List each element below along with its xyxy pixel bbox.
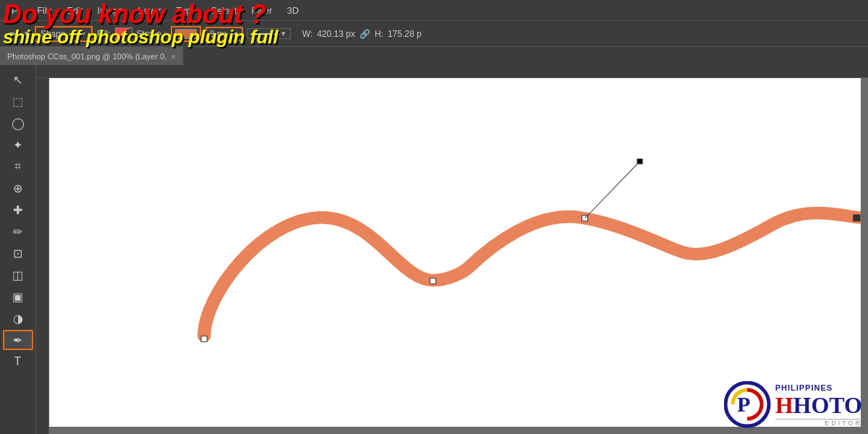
- shape-selector[interactable]: Shape ▼: [35, 26, 93, 42]
- tab-label: Photoshop CCss_001.png @ 100% (Layer 0,: [7, 52, 166, 61]
- stroke-line-preview: [251, 33, 280, 35]
- stroke-label: Stroke :: [137, 29, 166, 39]
- menu-edit[interactable]: Edit: [61, 4, 88, 17]
- menu-file[interactable]: File: [31, 4, 58, 17]
- svg-rect-5: [854, 215, 860, 221]
- tab-document[interactable]: Photoshop CCss_001.png @ 100% (Layer 0, …: [0, 47, 184, 65]
- width-value: 420.13 px: [317, 29, 355, 39]
- logo-text: PHILIPPINES H HOTO EDITOR: [775, 383, 862, 427]
- tab-bar: Photoshop CCss_001.png @ 100% (Layer 0, …: [0, 46, 868, 65]
- stroke-swatch: [175, 29, 197, 39]
- width-label: W:: [302, 29, 312, 39]
- gradient-tool[interactable]: ▣: [5, 286, 31, 307]
- curve-svg: [49, 78, 861, 427]
- fill-swatch-box[interactable]: [115, 27, 132, 41]
- eyedropper-tool[interactable]: ⊕: [5, 178, 31, 198]
- magic-wand-tool[interactable]: ✦: [5, 135, 31, 155]
- stroke-px-value: 8 px: [210, 29, 231, 39]
- svg-rect-1: [430, 278, 435, 284]
- menu-3d[interactable]: 3D: [281, 4, 305, 17]
- ruler-left: [36, 78, 49, 434]
- svg-rect-0: [201, 336, 207, 342]
- marquee-tool[interactable]: ⬚: [5, 91, 31, 111]
- lasso-tool[interactable]: ◯: [5, 113, 31, 133]
- stroke-swatch-box[interactable]: [171, 26, 201, 42]
- svg-text:P: P: [737, 392, 750, 416]
- canvas-area: P PHILIPPINES H HOTO EDITOR: [36, 65, 868, 434]
- type-tool[interactable]: T: [5, 352, 31, 372]
- menu-bar: Ps File Edit Image Layer Type Select Fil…: [0, 0, 868, 20]
- stroke-style-dropdown: ▼: [280, 30, 287, 38]
- eraser-tool[interactable]: ◫: [5, 265, 31, 285]
- stroke-style-box[interactable]: ▼: [247, 28, 291, 39]
- svg-rect-4: [637, 159, 642, 164]
- ruler-top: [36, 65, 868, 78]
- menu-ps[interactable]: Ps: [6, 4, 28, 17]
- menu-image[interactable]: Image: [92, 4, 129, 17]
- healing-tool[interactable]: ✚: [5, 200, 31, 220]
- shape-dropdown-arrow: ▼: [80, 30, 87, 38]
- shape-label: Shape: [41, 29, 66, 39]
- svg-line-3: [585, 162, 639, 218]
- fill-label: Fill:: [97, 29, 111, 39]
- stroke-size-box[interactable]: 8 px ▼: [205, 27, 243, 41]
- document-canvas[interactable]: [49, 78, 861, 427]
- pen-icon: ✒: [6, 27, 19, 41]
- pen-tool[interactable]: ✒: [3, 330, 33, 350]
- menu-layer[interactable]: Layer: [132, 4, 168, 17]
- move-tool[interactable]: ↖: [5, 69, 31, 90]
- crop-tool[interactable]: ⌗: [5, 156, 31, 176]
- logo: P PHILIPPINES H HOTO EDITOR: [724, 381, 862, 428]
- tab-close-button[interactable]: ×: [171, 52, 175, 61]
- logo-philippines: PHILIPPINES: [775, 383, 862, 392]
- stamp-tool[interactable]: ⊡: [5, 243, 31, 263]
- pen-dropdown[interactable]: ▼: [23, 30, 30, 38]
- link-dimensions-icon[interactable]: 🔗: [359, 29, 370, 39]
- menu-filter[interactable]: Filter: [246, 4, 278, 17]
- fill-swatch: [115, 27, 132, 41]
- logo-editor: EDITOR: [775, 419, 862, 427]
- brush-tool[interactable]: ✏: [5, 221, 31, 242]
- menu-type[interactable]: Type: [170, 4, 202, 17]
- menu-select[interactable]: Select: [205, 4, 242, 17]
- options-toolbar: ✒ ▼ Shape ▼ Fill: Stroke : 8 px ▼ ▼ W: 4…: [0, 20, 868, 46]
- logo-photo: HOTO: [793, 392, 862, 419]
- stroke-px-dropdown: ▼: [231, 30, 239, 38]
- main-area: ↖ ⬚ ◯ ✦ ⌗ ⊕ ✚ ✏ ⊡ ◫ ▣ ◑ ✒ T: [0, 65, 868, 434]
- height-label: H:: [375, 29, 383, 39]
- left-toolbar: ↖ ⬚ ◯ ✦ ⌗ ⊕ ✚ ✏ ⊡ ◫ ▣ ◑ ✒ T: [0, 65, 36, 434]
- height-value: 175.28 p: [388, 29, 422, 39]
- logo-circle-svg: P: [724, 381, 771, 428]
- dodge-tool[interactable]: ◑: [5, 308, 31, 328]
